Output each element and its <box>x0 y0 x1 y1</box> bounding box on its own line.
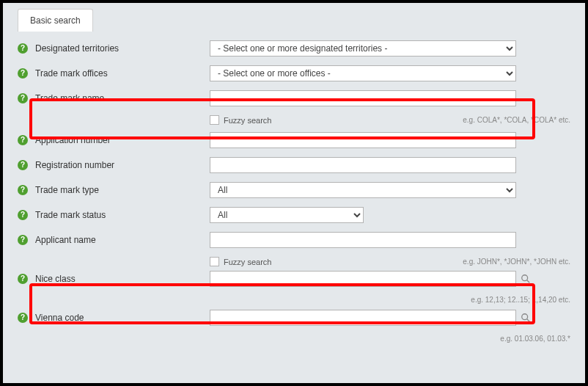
help-icon[interactable] <box>18 43 28 54</box>
help-icon[interactable] <box>18 274 28 284</box>
svg-point-0 <box>522 275 528 281</box>
search-icon[interactable] <box>521 313 531 323</box>
input-vienna[interactable] <box>210 310 516 326</box>
label-fuzzy-applicant: Fuzzy search <box>224 258 271 266</box>
label-type: Trade mark type <box>35 185 210 195</box>
svg-line-1 <box>527 280 530 283</box>
label-applicant: Applicant name <box>35 235 210 245</box>
help-icon[interactable] <box>18 68 28 79</box>
label-appnum: Application number <box>35 135 210 145</box>
input-regnum[interactable] <box>210 157 516 173</box>
checkbox-fuzzy-applicant[interactable] <box>210 257 219 266</box>
input-applicant[interactable] <box>210 232 516 248</box>
label-status: Trade mark status <box>35 210 210 220</box>
label-vienna: Vienna code <box>35 313 210 323</box>
label-fuzzy-name: Fuzzy search <box>224 116 271 125</box>
input-name[interactable] <box>210 90 516 106</box>
select-status[interactable]: All <box>210 207 364 223</box>
help-icon[interactable] <box>18 313 28 323</box>
help-icon[interactable] <box>18 185 28 195</box>
select-offices[interactable]: - Select one or more offices - <box>210 65 516 81</box>
select-type[interactable]: All <box>210 182 516 198</box>
help-icon[interactable] <box>18 93 28 103</box>
help-icon[interactable] <box>18 210 28 220</box>
label-offices: Trade mark offices <box>35 68 210 79</box>
search-icon[interactable] <box>521 274 531 284</box>
input-appnum[interactable] <box>210 132 516 148</box>
help-icon[interactable] <box>18 160 28 170</box>
label-regnum: Registration number <box>35 160 210 170</box>
hint-name: e.g. COLA*, *COLA, *COLA* etc. <box>463 116 570 124</box>
svg-point-2 <box>522 314 528 320</box>
hint-nice: e.g. 12,13; 12..15; 1,14,20 etc. <box>471 296 570 304</box>
help-icon[interactable] <box>18 135 28 145</box>
hint-applicant: e.g. JOHN*, *JOHN*, *JOHN etc. <box>463 258 570 266</box>
tab-basic-search[interactable]: Basic search <box>18 9 93 32</box>
hint-vienna: e.g. 01.03.06, 01.03.* <box>500 335 570 343</box>
label-territories: Designated territories <box>35 43 210 54</box>
label-nice: Nice class <box>35 274 210 284</box>
checkbox-fuzzy-name[interactable] <box>210 115 219 125</box>
svg-line-3 <box>527 319 530 322</box>
label-name: Trade mark name <box>35 93 210 103</box>
select-territories[interactable]: - Select one or more designated territor… <box>210 40 516 57</box>
help-icon[interactable] <box>18 235 28 245</box>
input-nice[interactable] <box>210 271 516 287</box>
